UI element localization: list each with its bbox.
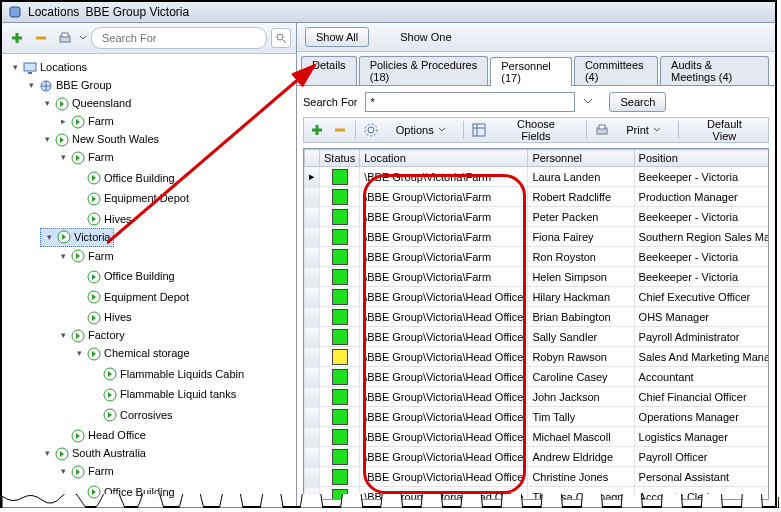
row-selector[interactable]: [305, 367, 320, 387]
tree-group[interactable]: ▾BBE Group: [24, 77, 114, 94]
locations-tree[interactable]: ▾Locations▾BBE Group▾Queensland▸Farm▾New…: [2, 54, 296, 506]
view-dropdown[interactable]: Default View: [685, 120, 764, 140]
tree-item[interactable]: Office Building: [72, 268, 177, 285]
row-selector[interactable]: [305, 327, 320, 347]
toggle-icon[interactable]: ▾: [58, 149, 68, 166]
table-row[interactable]: \BBE Group\Victoria\Head OfficeHilary Ha…: [305, 287, 770, 307]
row-selector[interactable]: [305, 427, 320, 447]
print-dropdown-icon[interactable]: [79, 28, 87, 48]
grid-remove-button[interactable]: [331, 120, 350, 140]
tree-root[interactable]: ▾Locations: [8, 59, 89, 76]
row-selector[interactable]: [305, 387, 320, 407]
row-selector[interactable]: [305, 207, 320, 227]
show-all-button[interactable]: Show All: [305, 27, 369, 47]
column-location[interactable]: Location: [360, 150, 528, 167]
table-row[interactable]: \BBE Group\Victoria\Head OfficeBrian Bab…: [305, 307, 770, 327]
options-button[interactable]: Options: [385, 120, 457, 140]
search-button[interactable]: Search: [609, 92, 666, 112]
tree-item[interactable]: ▾Farm: [56, 248, 116, 265]
sidebar-search-input[interactable]: [100, 31, 262, 45]
row-selector[interactable]: [305, 187, 320, 207]
tab-personnel[interactable]: Personnel (17): [490, 57, 572, 86]
row-selector[interactable]: [305, 487, 320, 501]
table-row[interactable]: \BBE Group\Victoria\FarmRon RoystonBeeke…: [305, 247, 770, 267]
tree-item[interactable]: ▾Chemical storage: [72, 345, 192, 362]
tree-item[interactable]: Head Office: [56, 427, 148, 444]
tree-item[interactable]: Office Building: [72, 484, 177, 501]
toggle-icon[interactable]: ▾: [74, 345, 84, 362]
tree-item[interactable]: Equipment Depot: [72, 190, 191, 207]
table-row[interactable]: \BBE Group\Victoria\Head OfficeCaroline …: [305, 367, 770, 387]
tree-item[interactable]: Hives: [72, 309, 134, 326]
add-button[interactable]: [7, 28, 27, 48]
tree-item[interactable]: Equipment Depot: [72, 504, 191, 506]
tree-item[interactable]: Office Building: [72, 170, 177, 187]
show-one-button[interactable]: Show One: [389, 27, 462, 47]
tree-item[interactable]: ▸Farm: [56, 113, 116, 130]
print-button[interactable]: [55, 28, 75, 48]
table-row[interactable]: \BBE Group\Victoria\FarmRobert Radcliffe…: [305, 187, 770, 207]
table-row[interactable]: \BBE Group\Victoria\Head OfficeAndrew El…: [305, 447, 770, 467]
grid-add-button[interactable]: [308, 120, 327, 140]
tree-item[interactable]: ▾Farm: [56, 149, 116, 166]
column-personnel[interactable]: Personnel: [528, 150, 634, 167]
row-selector[interactable]: [305, 267, 320, 287]
grid[interactable]: StatusLocationPersonnelPosition ▸\BBE Gr…: [303, 148, 769, 500]
row-selector[interactable]: [305, 307, 320, 327]
row-selector[interactable]: [305, 247, 320, 267]
toggle-icon[interactable]: ▾: [42, 131, 52, 148]
tree-item[interactable]: Hives: [72, 211, 134, 228]
row-selector[interactable]: [305, 227, 320, 247]
table-row[interactable]: \BBE Group\Victoria\FarmHelen SimpsonBee…: [305, 267, 770, 287]
table-row[interactable]: \BBE Group\Victoria\FarmFiona FaireySout…: [305, 227, 770, 247]
arrow-icon: [87, 270, 101, 284]
choose-fields-button[interactable]: Choose Fields: [492, 120, 579, 140]
column-position[interactable]: Position: [634, 150, 769, 167]
toggle-icon[interactable]: ▾: [58, 463, 68, 480]
tree-item[interactable]: Flammable Liquid tanks: [88, 386, 238, 403]
tab-committees[interactable]: Committees (4): [574, 56, 658, 85]
tree-region-south australia[interactable]: ▾South Australia: [40, 445, 148, 462]
remove-button[interactable]: [31, 28, 51, 48]
toggle-icon[interactable]: ▾: [58, 248, 68, 265]
toggle-icon[interactable]: ▾: [58, 327, 68, 344]
grid-print-button[interactable]: Print: [615, 120, 672, 140]
tree-item[interactable]: ▾Farm: [56, 463, 116, 480]
table-row[interactable]: \BBE Group\Victoria\Head OfficeTheresa C…: [305, 487, 770, 501]
sidebar-search[interactable]: [91, 27, 267, 49]
sidebar-search-button[interactable]: [271, 28, 291, 48]
tab-policies[interactable]: Policies & Procedures (18): [359, 56, 489, 85]
toggle-icon[interactable]: ▾: [42, 95, 52, 112]
tree-item[interactable]: Corrosives: [88, 407, 175, 424]
row-selector[interactable]: [305, 467, 320, 487]
tree-item[interactable]: Flammable Liquids Cabin: [88, 366, 246, 383]
row-selector[interactable]: [305, 347, 320, 367]
tree-item[interactable]: ▾Factory: [56, 327, 127, 344]
tree-region-new south wales[interactable]: ▾New South Wales: [40, 131, 161, 148]
table-row[interactable]: \BBE Group\Victoria\Head OfficeSally San…: [305, 327, 770, 347]
filter-input[interactable]: [365, 92, 575, 112]
toggle-icon[interactable]: ▾: [26, 77, 36, 94]
toggle-icon[interactable]: ▸: [58, 113, 68, 130]
row-selector[interactable]: [305, 407, 320, 427]
tree-region-queensland[interactable]: ▾Queensland: [40, 95, 133, 112]
tree-region-victoria[interactable]: ▾Victoria: [40, 228, 114, 247]
filter-dropdown-icon[interactable]: [583, 96, 593, 108]
toggle-icon[interactable]: ▾: [44, 229, 54, 246]
toggle-icon[interactable]: ▾: [42, 445, 52, 462]
tab-details[interactable]: Details: [301, 56, 357, 85]
table-row[interactable]: \BBE Group\Victoria\Head OfficeMichael M…: [305, 427, 770, 447]
row-selector[interactable]: [305, 447, 320, 467]
table-row[interactable]: \BBE Group\Victoria\Head OfficeRobyn Raw…: [305, 347, 770, 367]
table-row[interactable]: \BBE Group\Victoria\Head OfficeChristine…: [305, 467, 770, 487]
table-row[interactable]: \BBE Group\Victoria\FarmPeter PackenBeek…: [305, 207, 770, 227]
column-status[interactable]: Status: [320, 150, 360, 167]
tab-audits[interactable]: Audits & Meetings (4): [660, 56, 769, 85]
table-row[interactable]: ▸\BBE Group\Victoria\FarmLaura LandenBee…: [305, 167, 770, 187]
table-row[interactable]: \BBE Group\Victoria\Head OfficeJohn Jack…: [305, 387, 770, 407]
row-selector[interactable]: ▸: [305, 167, 320, 187]
toggle-icon[interactable]: ▾: [10, 59, 20, 76]
tree-item[interactable]: Equipment Depot: [72, 289, 191, 306]
table-row[interactable]: \BBE Group\Victoria\Head OfficeTim Tally…: [305, 407, 770, 427]
row-selector[interactable]: [305, 287, 320, 307]
